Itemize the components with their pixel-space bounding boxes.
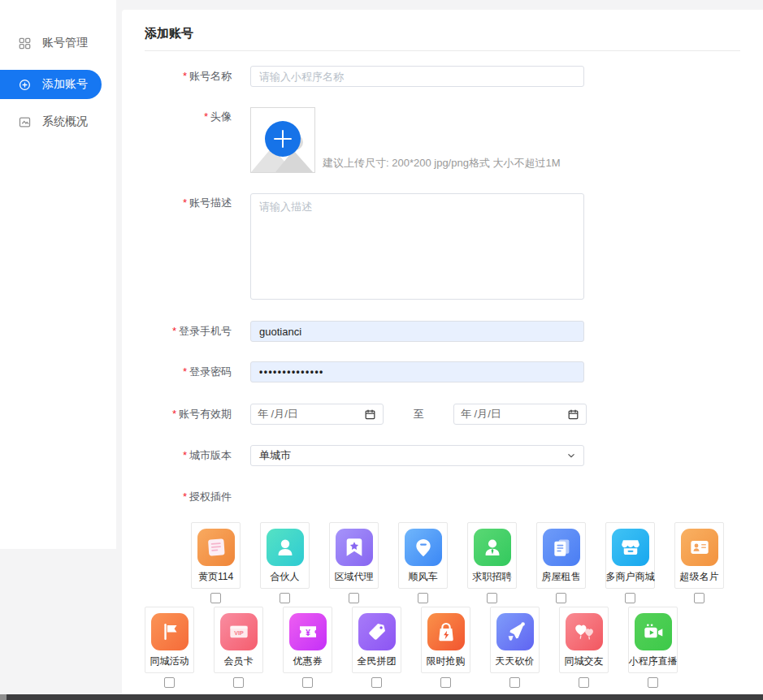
plugin-card: ¥ 优惠券 [283,607,332,673]
plugin-grid-row-2: 同城活动 VIP 会员卡 ¥ 优惠券 全民拼团 限时抢购 [145,607,740,688]
password-input[interactable] [250,361,584,382]
plugin-checkbox[interactable] [487,593,497,603]
plugin-item: VIP 会员卡 [214,607,263,688]
plugin-checkbox[interactable] [164,677,175,688]
required-asterisk: * [172,325,176,337]
plugins-label: *授权插件 [145,490,232,503]
plugin-card: 合伙人 [260,522,310,589]
plugin-item: ¥ 优惠券 [283,607,332,688]
plugin-item: 房屋租售 [536,522,586,603]
plugin-item: 同城活动 [145,607,194,688]
plugin-item: 合伙人 [260,522,310,603]
required-asterisk: * [183,449,187,461]
sidebar-item-system-overview[interactable]: 系统概况 [0,107,116,136]
plugin-item: 求职招聘 [467,522,517,603]
plus-circle-icon [265,121,301,157]
validity-end-date-input[interactable]: 年 /月/日 [453,404,587,425]
plugin-item: 小程序直播 [628,607,678,688]
plugin-card: VIP 会员卡 [214,607,263,673]
sidebar: 账号管理 添加账号 系统概况 [0,0,116,549]
sidebar-item-account-management[interactable]: 账号管理 [0,28,116,58]
plugin-label: 超级名片 [680,571,719,582]
plugin-card: 限时抢购 [421,607,470,673]
phone-label: *登录手机号 [145,321,232,342]
account-name-input[interactable] [250,66,584,87]
plugin-checkbox[interactable] [648,677,658,688]
required-asterisk: * [183,490,187,503]
plugin-label: 顺风车 [409,571,438,582]
hearts-icon [566,613,603,650]
plugin-label: 区域代理 [335,571,374,582]
price-tag-icon [358,613,396,650]
shopping-bag-bolt-icon [427,613,465,650]
city-version-value: 单城市 [259,448,291,463]
video-camera-icon [635,613,672,650]
plugin-checkbox[interactable] [556,593,566,603]
plugin-checkbox[interactable] [280,593,290,603]
date-placeholder: 年 /月/日 [258,407,298,421]
plugin-item: 区域代理 [329,522,379,603]
plugin-label: 多商户商城 [606,571,655,582]
required-asterisk: * [183,70,187,82]
avatar-upload-box[interactable] [250,107,315,173]
plugin-label: 会员卡 [224,655,254,667]
plugin-label: 小程序直播 [629,655,678,667]
plugin-checkbox[interactable] [509,677,520,688]
plugin-card: 房屋租售 [536,522,586,589]
plugin-card: 多商户商城 [605,522,655,589]
note-icon [197,529,235,566]
megaphone-icon [496,613,534,650]
plugin-label: 同城活动 [150,655,189,667]
horizontal-scrollbar-thumb[interactable] [0,694,7,700]
plugin-item: 顺风车 [398,522,448,603]
plugin-checkbox[interactable] [440,677,451,688]
storefront-icon [612,529,649,566]
plugin-card: 同城交友 [559,607,609,673]
plugin-item: 超级名片 [674,522,724,603]
plugin-checkbox[interactable] [302,677,313,688]
plugin-card: 区域代理 [329,522,379,589]
horizontal-scrollbar[interactable] [0,694,763,700]
plugin-checkbox[interactable] [371,677,382,688]
plugin-card: 求职招聘 [467,522,517,589]
plugin-item: 天天砍价 [490,607,540,688]
plugin-item: 同城交友 [559,607,609,688]
plugin-item: 黄页114 [191,522,241,603]
plugin-checkbox[interactable] [579,677,589,688]
plugin-item: 多商户商城 [605,522,655,603]
location-pin-icon [405,529,442,566]
sidebar-item-add-account[interactable]: 添加账号 [0,70,102,99]
vip-card-icon: VIP [220,613,258,650]
plugin-label: 天天砍价 [496,655,535,667]
image-icon [18,115,32,129]
plugin-checkbox[interactable] [418,593,428,603]
chevron-down-icon [566,450,577,461]
svg-text:¥: ¥ [306,629,310,637]
description-textarea[interactable] [250,193,584,300]
phone-input[interactable] [250,321,584,342]
avatar-label: *头像 [145,107,232,123]
plugin-card: 天天砍价 [490,607,540,673]
flag-icon [151,613,189,650]
avatar-upload-hint: 建议上传尺寸: 200*200 jpg/png格式 大小不超过1M [323,156,561,173]
partner-person-icon [267,529,304,566]
plus-circle-icon [18,78,32,92]
plugin-checkbox[interactable] [210,593,221,603]
plugin-label: 求职招聘 [473,571,512,582]
plugin-label: 合伙人 [271,571,300,582]
plugin-card: 同城活动 [145,607,194,673]
calendar-icon [364,408,376,421]
validity-start-date-input[interactable]: 年 /月/日 [250,404,384,425]
plugin-checkbox[interactable] [233,677,244,688]
plugin-checkbox[interactable] [349,593,359,603]
plugin-checkbox[interactable] [625,593,635,603]
documents-icon [543,529,580,566]
city-version-select[interactable]: 单城市 [250,445,584,466]
required-asterisk: * [172,408,176,420]
divider [145,50,740,51]
description-label: *账号描述 [145,193,232,210]
required-asterisk: * [183,197,187,209]
plugin-checkbox[interactable] [694,593,704,603]
plugin-label: 黄页114 [198,571,233,582]
required-asterisk: * [183,365,187,378]
